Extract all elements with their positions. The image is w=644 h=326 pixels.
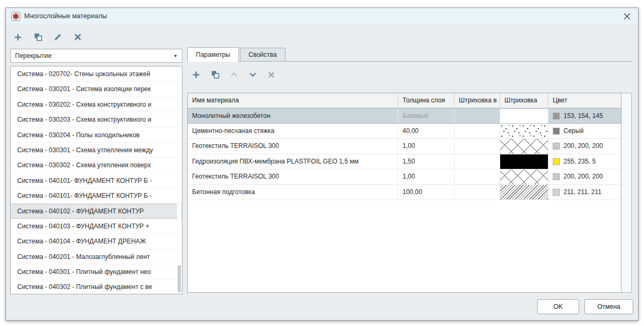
hatch-plan-cell (455, 185, 500, 200)
color-swatch[interactable] (553, 173, 560, 180)
delete-icon[interactable] (73, 33, 82, 42)
desktop-background: Многослойные материалы (0, 0, 644, 326)
material-name-cell: Цементно-песчаная стяжка (188, 124, 398, 139)
layers-table: Имя материала Толщина слоя Штриховка в Ш… (187, 93, 621, 293)
color-cell: 153, 154, 145 (548, 109, 621, 123)
copy-icon[interactable] (210, 70, 219, 79)
color-cell: 200, 200, 200 (548, 169, 621, 184)
column-header-color[interactable]: Цвет (548, 93, 621, 108)
footer: OK Отмена (537, 299, 633, 314)
category-dropdown-value: Перекрытие (15, 52, 52, 60)
color-label: 200, 200, 200 (564, 139, 603, 154)
list-item[interactable]: Система - 030301 - Схема утпелления межд… (11, 143, 182, 158)
material-name-cell: Геотекстиль TERRAISOL 300 (188, 169, 398, 184)
list-item[interactable]: Система - 040104 - ФУНДАМЕНТ ДРЕНАЖ (11, 234, 182, 249)
list-item[interactable]: Система - 040302 - Плитный фундамент с в… (11, 279, 182, 294)
table-row[interactable]: Гидроизоляция ПВХ-мембрана PLASTFOIL GEO… (188, 154, 621, 170)
color-swatch[interactable] (553, 128, 560, 135)
list-item[interactable]: Система - 040301 - Плитный фундамент нео (11, 264, 182, 279)
hatch-plan-cell (455, 109, 500, 123)
list-item[interactable]: Система - 030203 - Схема конструктивного… (11, 112, 182, 127)
list-scrollbar-thumb[interactable] (178, 265, 181, 292)
add-icon[interactable] (192, 70, 201, 79)
multilayer-materials-dialog: Многослойные материалы (5, 8, 639, 321)
color-cell: 255, 235, 5 (548, 154, 621, 169)
close-icon[interactable] (621, 10, 633, 22)
systems-list: Система - 020702- Стены цокольных этажей… (10, 66, 182, 294)
hatch-plan-cell (455, 154, 500, 169)
title-bar[interactable]: Многослойные материалы (6, 8, 638, 24)
hatch-plan-cell (455, 169, 500, 184)
material-name-cell: Монолитный железобетон (188, 109, 398, 123)
table-row[interactable]: Геотекстиль TERRAISOL 300 1,00 200, 200,… (188, 139, 621, 154)
thickness-cell: 100,00 (398, 185, 455, 200)
list-item[interactable]: Система - 040101- ФУНДАМЕНТ КОНТУР Б - (11, 188, 182, 203)
app-icon (11, 12, 20, 21)
color-swatch[interactable] (553, 189, 560, 196)
hatch-swatch[interactable] (500, 124, 548, 139)
color-label: 255, 235, 5 (564, 154, 596, 169)
color-label: 211, 211, 211 (564, 185, 602, 200)
window-title: Многослойные материалы (24, 12, 107, 20)
color-swatch[interactable] (553, 113, 560, 120)
hatch-swatch[interactable] (500, 109, 548, 123)
table-row[interactable]: Геотекстиль TERRAISOL 300 1,00 200, 200,… (188, 169, 621, 185)
hatch-swatch[interactable] (500, 139, 548, 154)
material-name-cell: Бетонная подготовка (188, 185, 398, 200)
chevron-down-icon: ▼ (173, 54, 178, 58)
material-name-cell: Геотекстиль TERRAISOL 300 (188, 139, 398, 154)
category-dropdown[interactable]: Перекрытие ▼ (10, 49, 182, 63)
ok-button[interactable]: OK (537, 299, 579, 314)
thickness-cell: Базовый (398, 109, 455, 123)
table-header: Имя материала Толщина слоя Штриховка в Ш… (188, 93, 621, 108)
table-row[interactable]: Цементно-песчаная стяжка 40,00 Серый (188, 124, 621, 139)
column-header-hatch-plan[interactable]: Штриховка в (455, 93, 500, 108)
add-icon[interactable] (13, 33, 23, 42)
thickness-cell: 1,00 (398, 139, 455, 154)
list-item[interactable]: Система - 030204 - Полы холодильников (11, 128, 182, 143)
tab-properties[interactable]: Свойства (240, 48, 286, 61)
column-header-thickness[interactable]: Толщина слоя (398, 93, 455, 108)
tab-parameters[interactable]: Параметры (187, 47, 239, 62)
color-swatch[interactable] (553, 158, 560, 165)
color-label: 153, 154, 145 (564, 109, 603, 123)
move-up-icon (229, 70, 238, 79)
table-scrollbar-gutter (621, 93, 632, 293)
hatch-swatch[interactable] (500, 154, 548, 169)
thickness-cell: 1,50 (398, 154, 455, 169)
cancel-button[interactable]: Отмена (584, 299, 633, 314)
copy-icon[interactable] (33, 33, 42, 42)
material-name-cell: Гидроизоляция ПВХ-мембрана PLASTFOIL GEO… (188, 154, 398, 169)
color-label: Серый (564, 124, 583, 139)
color-label: 200, 200, 200 (564, 169, 603, 184)
list-scrollbar[interactable] (177, 67, 181, 293)
column-header-name[interactable]: Имя материала (188, 93, 398, 108)
hatch-swatch[interactable] (500, 169, 548, 184)
color-cell: 200, 200, 200 (548, 139, 621, 154)
table-row[interactable]: Монолитный железобетон Базовый 153, 154,… (188, 108, 621, 124)
thickness-cell: 1,00 (398, 169, 455, 184)
list-item[interactable]: Система - 030202 - Схема конструктивного… (11, 97, 182, 112)
move-down-icon[interactable] (248, 70, 257, 79)
color-cell: 211, 211, 211 (548, 185, 621, 200)
hatch-plan-cell (455, 139, 500, 154)
delete-icon (267, 70, 276, 79)
list-item[interactable]: Система - 040101- ФУНДАМЕНТ КОНТУР Б - (11, 173, 182, 188)
hatch-plan-cell (455, 124, 500, 139)
table-row[interactable]: Бетонная подготовка 100,00 211, 211, 211 (188, 185, 621, 201)
thickness-cell: 40,00 (398, 124, 455, 139)
tab-strip: Параметры Свойства (187, 47, 632, 62)
color-cell: Серый (548, 124, 621, 139)
list-item[interactable]: Система - 040103 - ФУНДАМЕНТ КОНТУР + (11, 219, 182, 234)
materials-toolbar (13, 31, 82, 43)
edit-pencil-icon[interactable] (53, 33, 62, 42)
layers-toolbar (192, 68, 276, 81)
list-item[interactable]: Система - 020702- Стены цокольных этажей (11, 66, 182, 82)
color-swatch[interactable] (553, 143, 560, 150)
list-item[interactable]: Система - 030302 - Схема утепления повер… (11, 158, 182, 173)
column-header-hatch[interactable]: Штриховка (500, 93, 548, 108)
list-item[interactable]: Система - 040201 - Малозаглубленный лент (11, 249, 182, 264)
list-item[interactable]: Система - 030201 - Система изоляции пере… (11, 82, 182, 97)
hatch-swatch[interactable] (500, 185, 548, 200)
list-item-selected[interactable]: Система - 040102 - ФУНДАМЕНТ КОНТУР (11, 204, 182, 219)
